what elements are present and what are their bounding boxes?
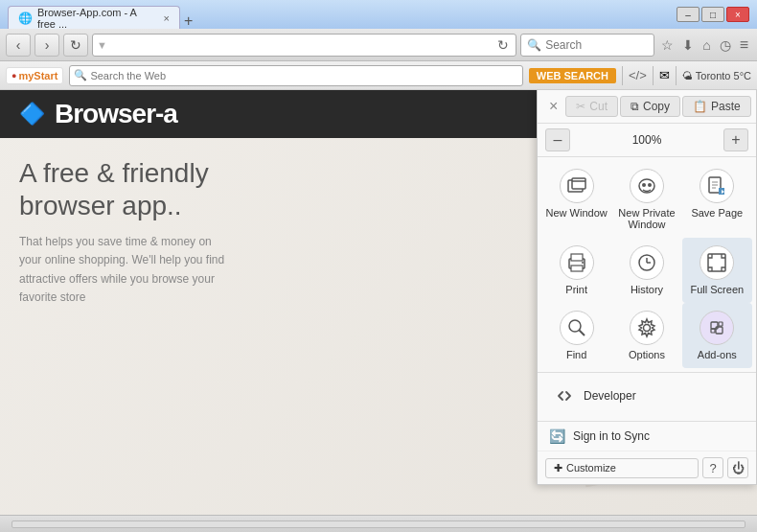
svg-point-13 [642,183,646,187]
paste-icon: 📋 [693,100,707,113]
reload-button[interactable]: ↻ [63,34,88,57]
svg-rect-23 [571,266,583,271]
horizontal-scrollbar[interactable] [11,520,746,528]
customize-label: Customize [566,462,616,474]
nav-toolbar-icons: ☆ ⬇ ⌂ ◷ ≡ [658,36,751,54]
print-item[interactable]: Print [541,238,611,303]
mystart-label: myStart [18,70,57,81]
copy-button[interactable]: ⧉ Copy [620,96,680,117]
sub-text: That helps you save time & money on your… [19,233,378,307]
new-private-icon [630,169,664,203]
reload-icon: ↻ [70,37,81,53]
history-icon [630,245,664,280]
tab-favicon: 🌐 [18,12,33,25]
tab-close-btn[interactable]: × [164,12,170,24]
headline: A free & friendly browser app.. [19,157,378,221]
mystart-logo: ● myStart [6,67,63,84]
menu-close-button[interactable]: × [545,96,562,117]
fullscreen-item[interactable]: Full Screen [682,238,752,303]
paste-button[interactable]: 📋 Paste [682,96,751,117]
search-web-input[interactable] [90,70,517,81]
separator2 [653,66,654,85]
new-private-item[interactable]: New PrivateWindow [611,161,681,238]
print-icon [560,245,594,280]
maximize-button[interactable]: □ [701,7,724,22]
brand-text: Browser-a [55,99,177,129]
close-button[interactable]: × [726,7,749,22]
search-glass-icon: 🔍 [527,38,541,52]
help-icon: ? [709,461,716,475]
svg-rect-10 [572,178,585,189]
address-bar-wrap: ▼ ↻ [92,34,516,57]
window-controls: – □ × [677,7,749,22]
power-icon: ⏻ [732,461,745,475]
menu-footer: ✚ Customize ? ⏻ [538,451,756,484]
find-icon [560,311,594,345]
title-bar: 🌐 Browser-App.com - A free ... × + – □ × [0,0,757,29]
new-private-label: New PrivateWindow [618,207,675,230]
svg-point-14 [648,183,652,187]
search-input[interactable] [545,38,631,52]
svg-rect-28 [708,254,725,271]
developer-item[interactable]: Developer [541,375,752,417]
power-button[interactable]: ⏻ [727,457,748,478]
sign-in-label: Sign in to Sync [573,429,650,443]
zoom-out-button[interactable]: – [545,128,570,151]
cut-button[interactable]: ✂ Cut [565,96,618,117]
sign-in-link[interactable]: 🔄 Sign in to Sync [538,422,756,451]
menu-grid: New Window New PrivateWindow Save Page [538,157,756,373]
addons-item[interactable]: Add-ons [682,303,752,368]
options-icon [630,311,664,345]
back-icon: ‹ [16,37,21,53]
headline-line1: A free & friendly [19,158,209,188]
bookmark-button[interactable]: ☆ [658,36,677,54]
edit-row: × ✂ Cut ⧉ Copy 📋 Paste [538,90,756,124]
new-window-icon [560,169,594,203]
main-content: 🔷 Browser-a A free & friendly browser ap… [0,90,757,515]
cut-icon: ✂ [576,100,585,113]
history-button[interactable]: ◷ [717,36,734,54]
home-button[interactable]: ⌂ [700,36,713,54]
email-icon: ✉ [659,68,670,82]
svg-line-30 [579,331,585,336]
addons-icon [700,311,734,345]
developer-row: Developer [538,373,756,422]
svg-point-31 [643,325,650,332]
find-item[interactable]: Find [541,303,611,368]
search-bar: 🔍 [520,34,654,57]
code-icon: </> [629,68,647,82]
new-window-label: New Window [546,207,608,219]
help-button[interactable]: ? [702,457,723,478]
zoom-row: – 100% + [538,124,756,157]
dropdown-icon: ▼ [97,39,107,51]
customize-button[interactable]: ✚ Customize [545,458,699,478]
find-label: Find [566,349,586,360]
forward-button[interactable]: › [34,34,59,57]
second-toolbar: ● myStart 🔍 WEB SEARCH </> ✉ 🌤 Toronto 5… [0,61,757,90]
options-item[interactable]: Options [611,303,681,368]
weather-widget: 🌤 Toronto 5°C [682,70,751,81]
history-label: History [631,284,663,295]
options-label: Options [629,349,665,360]
save-page-icon [700,169,734,203]
zoom-in-button[interactable]: + [723,128,748,151]
download-button[interactable]: ⬇ [679,36,697,54]
address-input[interactable] [110,38,494,52]
active-tab[interactable]: 🌐 Browser-App.com - A free ... × [8,6,180,29]
weather-text: Toronto 5°C [696,70,751,81]
minimize-button[interactable]: – [677,7,700,22]
headline-line2: browser app.. [19,191,182,220]
addons-label: Add-ons [698,349,737,360]
save-page-item[interactable]: Save Page [682,161,752,238]
fullscreen-icon [700,245,734,280]
mystart-icon: ● [11,71,16,81]
search-web-icon: 🔍 [74,69,87,81]
history-item[interactable]: History [611,238,681,303]
web-search-button[interactable]: WEB SEARCH [529,68,616,83]
menu-button[interactable]: ≡ [737,36,751,54]
status-bar [0,515,757,532]
reload-small-button[interactable]: ↻ [494,37,512,53]
new-window-item[interactable]: New Window [541,161,611,238]
new-tab-button[interactable]: + [180,13,196,29]
back-button[interactable]: ‹ [6,34,31,57]
